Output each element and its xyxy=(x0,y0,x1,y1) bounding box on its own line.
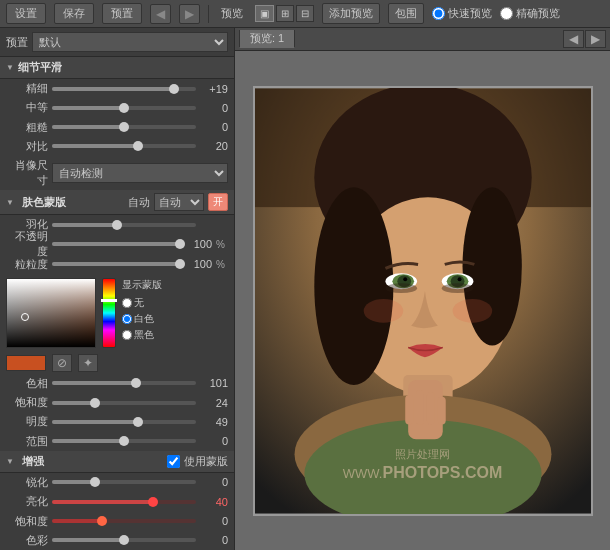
preview-image-area: 照片处理网 WWW.PHOTOPS.COM xyxy=(235,51,610,550)
opacity-slider-track[interactable] xyxy=(52,242,180,246)
preview-grid-btn[interactable]: ⊟ xyxy=(296,5,314,22)
display-black-radio[interactable] xyxy=(122,330,132,340)
portrait-size-select[interactable]: 自动检测 xyxy=(52,163,228,183)
opacity-value: 100 xyxy=(184,238,212,250)
sharpen-slider-thumb[interactable] xyxy=(90,477,100,487)
sat-mask-slider-track[interactable] xyxy=(52,519,196,523)
medium-slider-thumb[interactable] xyxy=(119,103,129,113)
preview-tab-1[interactable]: 预览: 1 xyxy=(239,30,295,48)
detail-section-header[interactable]: ▼ 细节平滑 xyxy=(0,57,234,79)
grain-slider-fill xyxy=(52,262,180,266)
detail-triangle-icon: ▼ xyxy=(6,63,14,72)
accurate-preview-radio[interactable] xyxy=(500,7,513,20)
grain-slider-track[interactable] xyxy=(52,262,180,266)
color-mask-label: 色彩 xyxy=(6,533,48,548)
preview-split-btn[interactable]: ⊞ xyxy=(276,5,294,22)
open-button[interactable]: 开 xyxy=(208,193,228,211)
svg-point-7 xyxy=(314,187,393,385)
opacity-slider-fill xyxy=(52,242,180,246)
prev-nav-right[interactable]: ▶ xyxy=(585,30,606,48)
color-mask-slider-thumb[interactable] xyxy=(119,535,129,545)
save-button[interactable]: 保存 xyxy=(54,3,94,24)
hue-param-track[interactable] xyxy=(52,381,196,385)
redo-button[interactable]: ▶ xyxy=(179,4,200,24)
fast-preview-label: 快速预览 xyxy=(448,6,492,21)
brightness-param-track[interactable] xyxy=(52,420,196,424)
fast-preview-radio[interactable] xyxy=(432,7,445,20)
eyedropper-button[interactable]: ⊘ xyxy=(52,354,72,372)
hue-slider-vertical[interactable] xyxy=(102,278,116,348)
medium-label: 中等 xyxy=(6,100,48,115)
range-param-thumb[interactable] xyxy=(119,436,129,446)
color-mask-slider-track[interactable] xyxy=(52,538,196,542)
preset-button[interactable]: 预置 xyxy=(102,3,142,24)
coarse-slider-track[interactable] xyxy=(52,125,196,129)
feather-slider-thumb[interactable] xyxy=(112,220,122,230)
hue-param-fill xyxy=(52,381,136,385)
medium-value: 0 xyxy=(200,102,228,114)
display-white-label: 白色 xyxy=(134,312,154,326)
settings-button[interactable]: 设置 xyxy=(6,3,46,24)
grain-slider-thumb[interactable] xyxy=(175,259,185,269)
auto-select[interactable]: 自动 xyxy=(154,193,204,211)
saturation-param-label: 饱和度 xyxy=(6,395,48,410)
use-mask-checkbox[interactable] xyxy=(167,455,180,468)
svg-point-12 xyxy=(403,277,407,281)
display-white-option[interactable]: 白色 xyxy=(122,312,162,326)
image-frame[interactable]: 照片处理网 WWW.PHOTOPS.COM xyxy=(253,86,593,516)
preview-tabs-bar: 预览: 1 ◀ ▶ xyxy=(235,28,610,51)
sat-mask-label: 饱和度 xyxy=(6,514,48,529)
watermark-line1: 照片处理网 xyxy=(395,447,450,462)
saturation-param-track[interactable] xyxy=(52,401,196,405)
color-gradient[interactable] xyxy=(6,278,96,348)
coarse-slider-thumb[interactable] xyxy=(119,122,129,132)
range-param-track[interactable] xyxy=(52,439,196,443)
use-mask-label: 使用蒙版 xyxy=(184,454,228,469)
sat-mask-slider-row: 饱和度 0 xyxy=(0,511,234,530)
fine-slider-thumb[interactable] xyxy=(169,84,179,94)
contrast-value: 20 xyxy=(200,140,228,152)
brighten-slider-track[interactable] xyxy=(52,500,196,504)
skin-triangle-icon: ▼ xyxy=(6,198,14,207)
wrap-button[interactable]: 包围 xyxy=(388,3,424,24)
preview-single-btn[interactable]: ▣ xyxy=(255,5,274,22)
add-preview-button[interactable]: 添加预览 xyxy=(322,3,380,24)
preview-nav: ◀ ▶ xyxy=(563,30,606,48)
hue-param-label: 色相 xyxy=(6,376,48,391)
hue-param-thumb[interactable] xyxy=(131,378,141,388)
undo-button[interactable]: ◀ xyxy=(150,4,171,24)
display-none-option[interactable]: 无 xyxy=(122,296,162,310)
opacity-pct: % xyxy=(216,239,228,250)
mask-triangle-icon: ▼ xyxy=(6,457,14,466)
color-cursor xyxy=(21,313,29,321)
medium-slider-fill xyxy=(52,106,124,110)
skin-section-header[interactable]: ▼ 肤色蒙版 自动 自动 开 xyxy=(0,190,234,215)
color-swatch[interactable] xyxy=(6,355,46,371)
range-param-label: 范围 xyxy=(6,434,48,449)
sharpen-slider-track[interactable] xyxy=(52,480,196,484)
brighten-slider-thumb[interactable] xyxy=(148,497,158,507)
display-none-radio[interactable] xyxy=(122,298,132,308)
sharpen-slider-row: 锐化 0 xyxy=(0,473,234,492)
feather-slider-track[interactable] xyxy=(52,223,196,227)
preset-select[interactable]: 默认 xyxy=(32,32,228,52)
contrast-slider-track[interactable] xyxy=(52,144,196,148)
grain-slider-row: 粒粒度 100 % xyxy=(0,254,234,273)
mask-section-header[interactable]: ▼ 增强 使用蒙版 xyxy=(0,451,234,473)
separator xyxy=(208,5,209,23)
fine-slider-track[interactable] xyxy=(52,87,196,91)
display-black-option[interactable]: 黑色 xyxy=(122,328,162,342)
portrait-row: 肖像尺寸 自动检测 xyxy=(0,156,234,190)
prev-nav-left[interactable]: ◀ xyxy=(563,30,584,48)
eyedropper2-button[interactable]: ✦ xyxy=(78,354,98,372)
sat-mask-slider-thumb[interactable] xyxy=(97,516,107,526)
medium-slider-track[interactable] xyxy=(52,106,196,110)
saturation-param-thumb[interactable] xyxy=(90,398,100,408)
grain-label: 粒粒度 xyxy=(6,257,48,272)
brightness-param-thumb[interactable] xyxy=(133,417,143,427)
contrast-slider-thumb[interactable] xyxy=(133,141,143,151)
display-white-radio[interactable] xyxy=(122,314,132,324)
contrast-label: 对比 xyxy=(6,139,48,154)
opacity-slider-thumb[interactable] xyxy=(175,239,185,249)
sharpen-value: 0 xyxy=(200,476,228,488)
